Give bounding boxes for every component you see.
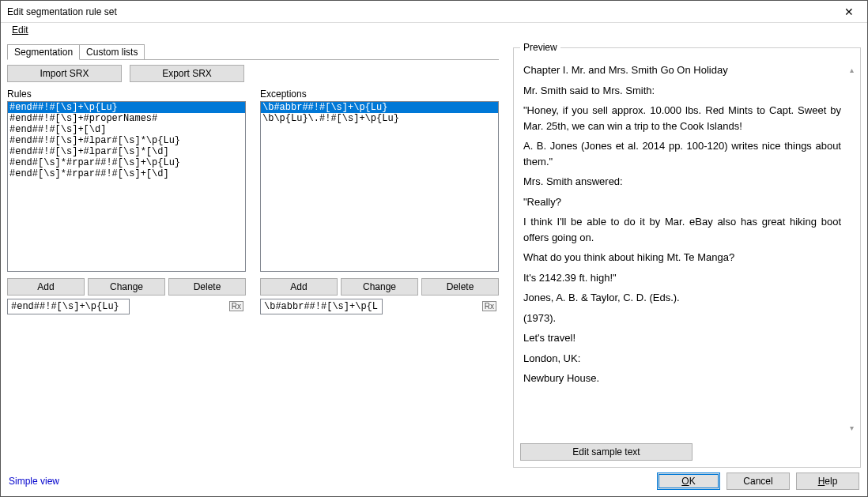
preview-paragraph: A. B. Jones (Jones et al. 2014 pp. 100-1… [523, 138, 841, 169]
preview-paragraph: Mr. Smith said to Mrs. Smith: [523, 83, 841, 99]
exceptions-change-button[interactable]: Change [341, 278, 418, 296]
rules-delete-button[interactable]: Delete [168, 278, 246, 296]
rules-column: Rules #end##!#[\s]+\p{Lu}#end##!#[\s]+#p… [7, 88, 246, 468]
preview-paragraph: Chapter I. Mr. and Mrs. Smith Go On Holi… [523, 62, 841, 78]
dialog-window: Edit segmentation rule set ✕ Edit Segmen… [0, 0, 868, 497]
preview-paragraph: "Really? [523, 194, 841, 210]
preview-body[interactable]: Chapter I. Mr. and Mrs. Smith Go On Holi… [520, 59, 854, 439]
tab-custom-lists[interactable]: Custom lists [80, 44, 145, 59]
tab-segmentation[interactable]: Segmentation [7, 44, 80, 60]
rules-list-item[interactable]: #end#[\s]*#rpar##!#[\s]+\p{Lu} [8, 157, 245, 168]
left-pane: Segmentation Custom lists Import SRX Exp… [7, 42, 499, 468]
exceptions-label: Exceptions [260, 88, 499, 100]
rules-label: Rules [7, 88, 246, 100]
ok-button[interactable]: OK [657, 473, 720, 490]
preview-paragraph: (1973). [523, 311, 841, 326]
rules-input-wrap: Rx [7, 299, 246, 468]
cancel-button[interactable]: Cancel [726, 473, 790, 490]
exceptions-list-item[interactable]: \b#abbr##!#[\s]+\p{Lu} [261, 102, 498, 113]
edit-sample-text-button[interactable]: Edit sample text [520, 443, 693, 461]
rules-rx-badge[interactable]: Rx [229, 301, 243, 311]
preview-legend: Preview [520, 42, 560, 53]
exceptions-input-wrap: Rx [260, 299, 499, 468]
preview-paragraph: Newbury House. [523, 371, 841, 386]
preview-paragraph: Jones, A. B. & Taylor, C. D. (Eds.). [523, 290, 841, 306]
tab-strip: Segmentation Custom lists [7, 42, 499, 59]
exceptions-list-item[interactable]: \b\p{Lu}\.#!#[\s]+\p{Lu} [261, 113, 498, 124]
scroll-down-icon[interactable]: ▾ [850, 422, 854, 434]
rules-change-button[interactable]: Change [88, 278, 165, 296]
exceptions-listbox[interactable]: \b#abbr##!#[\s]+\p{Lu}\b\p{Lu}\.#!#[\s]+… [260, 101, 499, 272]
preview-paragraph: London, UK: [523, 351, 841, 367]
rules-add-button[interactable]: Add [7, 278, 85, 296]
rules-list-item[interactable]: #end##!#[\s]+\p{Lu} [8, 102, 245, 113]
export-srx-button[interactable]: Export SRX [130, 65, 244, 82]
preview-button-row: Edit sample text [520, 443, 854, 461]
preview-paragraph: What do you think about hiking Mt. Te Ma… [523, 250, 841, 265]
rules-exceptions-row: Rules #end##!#[\s]+\p{Lu}#end##!#[\s]+#p… [7, 88, 499, 468]
import-srx-button[interactable]: Import SRX [7, 65, 122, 82]
help-button[interactable]: Help [796, 473, 859, 490]
preview-paragraph: Let's travel! [523, 330, 841, 346]
exceptions-button-row: Add Change Delete [260, 278, 499, 296]
exceptions-input[interactable] [260, 299, 383, 314]
rules-list-item[interactable]: #end##!#[\s]+#lpar#[\s]*\p{Lu} [8, 135, 245, 146]
preview-paragraph: "Honey, if you sell approx. 10.000 lbs. … [523, 103, 841, 134]
menu-edit[interactable]: Edit [9, 24, 32, 36]
preview-paragraph: I think I'll be able to do it by Mar. eB… [523, 214, 841, 245]
exceptions-add-button[interactable]: Add [260, 278, 338, 296]
content-area: Segmentation Custom lists Import SRX Exp… [1, 39, 867, 468]
preview-paragraph: Mrs. Smith answered: [523, 174, 841, 190]
menubar: Edit [1, 23, 867, 39]
window-title: Edit segmentation rule set [7, 6, 117, 17]
exceptions-rx-badge[interactable]: Rx [482, 301, 496, 311]
footer-buttons: OK Cancel Help [657, 473, 859, 490]
tab-panel-segmentation: Import SRX Export SRX Rules #end##!#[\s]… [7, 59, 499, 468]
close-icon[interactable]: ✕ [837, 6, 861, 18]
preview-scrollbar[interactable]: ▴ ▾ [846, 64, 854, 434]
exceptions-delete-button[interactable]: Delete [421, 278, 499, 296]
exceptions-column: Exceptions \b#abbr##!#[\s]+\p{Lu}\b\p{Lu… [260, 88, 499, 468]
rules-list-item[interactable]: #end##!#[\s]+[\d] [8, 124, 245, 135]
preview-group: Preview Chapter I. Mr. and Mrs. Smith Go… [513, 42, 861, 468]
footer: Simple view OK Cancel Help [1, 468, 867, 496]
rules-input[interactable] [7, 299, 130, 314]
preview-paragraph: It's 2142.39 ft. high!" [523, 270, 841, 286]
rules-list-item[interactable]: #end##!#[\s]+#properNames# [8, 113, 245, 124]
import-export-row: Import SRX Export SRX [7, 65, 499, 82]
simple-view-link[interactable]: Simple view [9, 476, 59, 487]
scroll-up-icon[interactable]: ▴ [850, 64, 854, 76]
rules-listbox[interactable]: #end##!#[\s]+\p{Lu}#end##!#[\s]+#properN… [7, 101, 246, 272]
right-pane: Preview Chapter I. Mr. and Mrs. Smith Go… [513, 42, 861, 468]
rules-list-item[interactable]: #end#[\s]*#rpar##!#[\s]+[\d] [8, 168, 245, 179]
rules-button-row: Add Change Delete [7, 278, 246, 296]
rules-list-item[interactable]: #end##!#[\s]+#lpar#[\s]*[\d] [8, 146, 245, 157]
titlebar: Edit segmentation rule set ✕ [1, 1, 867, 23]
